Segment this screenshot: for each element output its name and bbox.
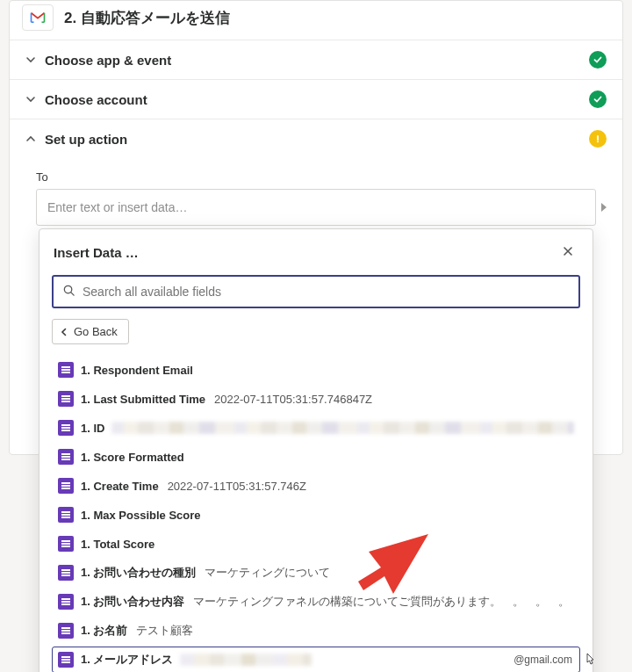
chevron-down-icon xyxy=(25,94,36,105)
field-name: 1. メールアドレス xyxy=(81,652,173,668)
action-body: To Insert Data … Go Back xyxy=(10,158,622,454)
go-back-button[interactable]: Go Back xyxy=(52,319,129,344)
go-back-label: Go Back xyxy=(74,325,118,338)
step-title-text: 自動応答メールを送信 xyxy=(81,10,230,26)
field-name: 1. Create Time xyxy=(81,480,159,493)
forms-icon xyxy=(58,478,74,494)
step-header: 2. 自動応答メールを送信 xyxy=(10,1,622,40)
caret-right-icon xyxy=(601,203,607,212)
field-item[interactable]: 1. Respondent Email xyxy=(52,357,580,383)
to-input[interactable] xyxy=(36,189,596,226)
setup-action-label: Set up action xyxy=(45,132,580,147)
field-item[interactable]: 1. Create Time2022-07-11T05:31:57.746Z xyxy=(52,473,580,499)
field-item[interactable]: 1. お問い合わせ内容マーケティングファネルの構築についてご質問があります。 。… xyxy=(52,589,580,615)
status-ok-icon xyxy=(589,51,607,69)
field-name: 1. お名前 xyxy=(81,623,127,639)
fields-list: 1. Respondent Email1. Last Submitted Tim… xyxy=(52,357,580,672)
choose-account-label: Choose account xyxy=(45,92,580,107)
field-name: 1. Respondent Email xyxy=(81,364,193,377)
choose-app-label: Choose app & event xyxy=(45,53,580,68)
step-number: 2. xyxy=(64,10,76,26)
forms-icon xyxy=(58,623,74,639)
forms-icon xyxy=(58,565,74,581)
forms-icon xyxy=(58,594,74,610)
field-item[interactable]: 1. お名前テスト顧客 xyxy=(52,618,580,644)
field-item[interactable]: 1. Last Submitted Time2022-07-11T05:31:5… xyxy=(52,386,580,412)
choose-app-section[interactable]: Choose app & event xyxy=(10,40,622,80)
chevron-down-icon xyxy=(25,54,36,65)
search-input[interactable] xyxy=(83,285,570,299)
field-value: 2022-07-11T05:31:57.746Z xyxy=(168,480,306,493)
search-icon xyxy=(62,284,75,300)
field-name: 1. Total Score xyxy=(81,538,154,551)
insert-data-popover: Insert Data … Go Back 1. Respondent Emai… xyxy=(39,228,593,672)
setup-action-section[interactable]: Set up action xyxy=(10,119,622,158)
svg-point-1 xyxy=(597,141,599,142)
to-label: To xyxy=(36,170,596,184)
forms-icon xyxy=(58,507,74,523)
field-value: 2022-07-11T05:31:57.746847Z xyxy=(214,393,372,406)
popover-title: Insert Data … xyxy=(54,245,139,260)
field-name: 1. お問い合わせ内容 xyxy=(81,594,184,610)
field-item[interactable]: 1. メールアドレス@gmail.com xyxy=(52,647,580,672)
field-name: 1. Last Submitted Time xyxy=(81,393,205,406)
step-card: 2. 自動応答メールを送信 Choose app & event Choose … xyxy=(9,0,623,455)
field-value: マーケティングについて xyxy=(205,565,330,581)
forms-icon xyxy=(58,420,74,436)
field-item[interactable]: 1. お問い合わせの種別マーケティングについて xyxy=(52,560,580,586)
close-button[interactable] xyxy=(557,242,578,263)
field-name: 1. ID xyxy=(81,422,104,435)
field-name: 1. Score Formatted xyxy=(81,451,184,464)
status-warning-icon xyxy=(589,130,607,148)
step-title: 2. 自動応答メールを送信 xyxy=(64,8,230,28)
field-value-suffix: @gmail.com xyxy=(514,654,574,666)
field-item[interactable]: 1. Total Score xyxy=(52,531,580,557)
redacted-value xyxy=(180,654,312,666)
field-item[interactable]: 1. ID xyxy=(52,415,580,441)
pointer-cursor-icon xyxy=(583,653,597,667)
forms-icon xyxy=(58,362,74,378)
chevron-up-icon xyxy=(25,134,36,144)
field-name: 1. Max Possible Score xyxy=(81,509,201,522)
search-input-wrap[interactable] xyxy=(52,275,580,308)
status-ok-icon xyxy=(589,90,607,108)
field-value: テスト顧客 xyxy=(136,623,193,639)
gmail-app-icon xyxy=(22,4,54,31)
svg-line-3 xyxy=(71,293,74,295)
field-name: 1. お問い合わせの種別 xyxy=(81,565,196,581)
forms-icon xyxy=(58,449,74,465)
choose-account-section[interactable]: Choose account xyxy=(10,80,622,119)
forms-icon xyxy=(58,536,74,552)
forms-icon xyxy=(58,652,74,668)
forms-icon xyxy=(58,391,74,407)
field-value: マーケティングファネルの構築についてご質問があります。 。 。 。 xyxy=(193,594,570,610)
field-item[interactable]: 1. Max Possible Score xyxy=(52,502,580,528)
field-item[interactable]: 1. Score Formatted xyxy=(52,444,580,470)
redacted-value xyxy=(111,422,574,434)
